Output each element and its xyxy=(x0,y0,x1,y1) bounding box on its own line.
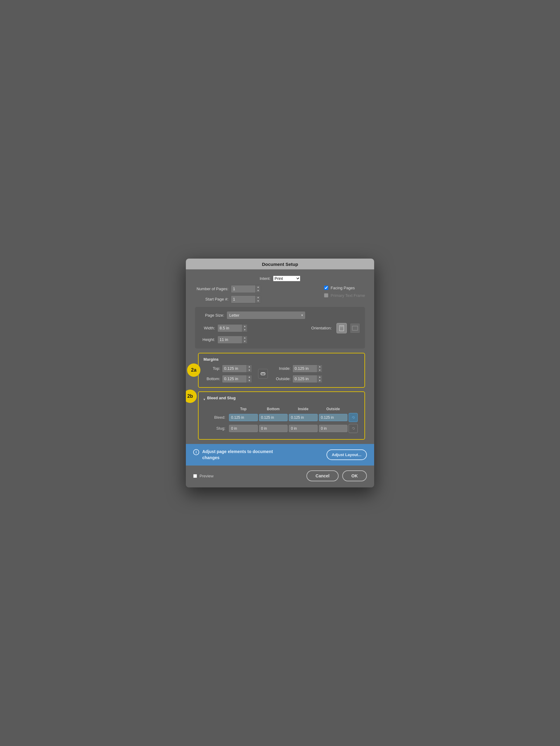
top-margin-input[interactable]: 0.125 in xyxy=(222,365,246,372)
slug-inside-input[interactable]: 0 in xyxy=(289,425,318,432)
pages-section: Number of Pages: 1 ▲ ▼ Start Page #: 1 xyxy=(195,285,365,303)
adjust-text-line2: changes xyxy=(202,455,219,460)
ok-button[interactable]: OK xyxy=(342,470,367,481)
page-size-section: Page Size: Letter Legal Tabloid A4 A3 Cu… xyxy=(195,307,365,348)
slug-chain-button[interactable] xyxy=(349,424,358,433)
height-input-wrapper[interactable]: 11 in ▲ ▼ xyxy=(217,336,247,344)
orientation-section: Orientation: xyxy=(311,323,360,333)
bleed-chain-icon xyxy=(351,415,355,420)
adjust-layout-button[interactable]: Adjust Layout... xyxy=(326,450,367,460)
bleed-col-bottom: Bottom xyxy=(259,407,288,411)
top-margin-input-wrapper[interactable]: 0.125 in ▲ ▼ xyxy=(222,365,252,373)
height-input[interactable]: 11 in xyxy=(218,336,242,343)
number-of-pages-up[interactable]: ▲ xyxy=(256,285,261,289)
preview-label[interactable]: Preview xyxy=(200,474,213,478)
cancel-button[interactable]: Cancel xyxy=(306,470,338,481)
bottom-margin-input-wrapper[interactable]: 0.125 in ▲ ▼ xyxy=(222,375,252,383)
left-fields: Number of Pages: 1 ▲ ▼ Start Page #: 1 xyxy=(195,285,261,303)
height-up[interactable]: ▲ xyxy=(242,336,247,340)
inside-margin-up[interactable]: ▲ xyxy=(317,365,322,369)
intent-select[interactable]: Print Web Mobile xyxy=(273,276,300,281)
dialog-title: Document Setup xyxy=(262,262,298,267)
portrait-icon xyxy=(339,325,344,331)
badge-2a: 2a xyxy=(187,364,201,377)
width-input-wrapper[interactable]: 8.5 in ▲ ▼ xyxy=(217,324,247,332)
landscape-orientation-button[interactable] xyxy=(350,323,360,333)
bleed-collapse-arrow-icon[interactable]: ▾ xyxy=(204,398,205,401)
bleed-col-outside: Outside xyxy=(319,407,348,411)
number-of-pages-input-wrapper[interactable]: 1 ▲ ▼ xyxy=(231,285,261,293)
bottom-margin-down[interactable]: ▼ xyxy=(247,379,252,382)
link-chain-icon xyxy=(260,371,266,376)
facing-pages-label[interactable]: Facing Pages xyxy=(331,286,355,290)
height-spinners: ▲ ▼ xyxy=(242,336,247,343)
number-of-pages-input[interactable]: 1 xyxy=(231,285,256,292)
height-field: Height: 11 in ▲ ▼ xyxy=(200,336,247,344)
height-label: Height: xyxy=(200,337,215,342)
start-page-row: Start Page #: 1 ▲ ▼ xyxy=(195,295,261,303)
top-margin-up[interactable]: ▲ xyxy=(247,365,252,369)
bleed-outside-input[interactable]: 0.125 in xyxy=(319,414,348,421)
bottom-margin-up[interactable]: ▲ xyxy=(247,375,252,379)
top-margin-label: Top: xyxy=(204,366,220,371)
outside-margin-row: Outside: 0.125 in ▲ ▼ xyxy=(274,375,323,383)
number-of-pages-down[interactable]: ▼ xyxy=(256,289,261,293)
height-row: Height: 11 in ▲ ▼ xyxy=(200,336,360,344)
inside-margin-input[interactable]: 0.125 in xyxy=(293,365,317,372)
title-bar: Document Setup xyxy=(186,259,374,269)
facing-pages-row: Facing Pages xyxy=(324,286,365,290)
slug-chain-icon xyxy=(351,426,355,431)
width-spinners: ▲ ▼ xyxy=(242,324,247,332)
primary-text-frame-row: Primary Text Frame xyxy=(324,293,365,298)
start-page-input-wrapper[interactable]: 1 ▲ ▼ xyxy=(231,295,261,303)
width-input[interactable]: 8.5 in xyxy=(218,324,242,332)
height-down[interactable]: ▼ xyxy=(242,340,247,343)
bottom-margin-row: Bottom: 0.125 in ▲ ▼ xyxy=(204,375,252,383)
portrait-orientation-button[interactable] xyxy=(336,323,347,333)
margins-grid: Top: 0.125 in ▲ ▼ Bottom: xyxy=(204,365,359,383)
slug-top-input[interactable]: 0 in xyxy=(229,425,258,432)
margins-section: 2a Margins Top: 0.125 in ▲ ▼ xyxy=(198,353,365,388)
slug-outside-input[interactable]: 0 in xyxy=(319,425,348,432)
bottom-margin-input[interactable]: 0.125 in xyxy=(222,375,246,382)
bleed-label: Bleed: xyxy=(204,415,228,420)
document-setup-dialog: Document Setup Intent: Print Web Mobile … xyxy=(186,259,374,487)
width-up[interactable]: ▲ xyxy=(242,324,247,328)
bleed-bottom-input[interactable]: 0.125 in xyxy=(259,414,288,421)
bottom-margin-label: Bottom: xyxy=(204,376,220,381)
inside-margin-input-wrapper[interactable]: 0.125 in ▲ ▼ xyxy=(292,365,323,373)
dims-row: Width: 8.5 in ▲ ▼ Orientation: xyxy=(200,323,360,333)
outside-margin-up[interactable]: ▲ xyxy=(317,375,322,379)
preview-checkbox[interactable] xyxy=(193,474,197,478)
outside-margin-down[interactable]: ▼ xyxy=(317,379,322,382)
primary-text-frame-checkbox[interactable] xyxy=(324,293,328,297)
start-page-down[interactable]: ▼ xyxy=(256,299,261,303)
number-of-pages-spinners: ▲ ▼ xyxy=(256,285,261,293)
badge-2b: 2b xyxy=(186,390,197,403)
outside-margin-input[interactable]: 0.125 in xyxy=(293,375,317,382)
start-page-up[interactable]: ▲ xyxy=(256,296,261,299)
footer-buttons: Cancel OK xyxy=(306,470,367,481)
bleed-chain-button[interactable] xyxy=(349,413,358,422)
bleed-row: Bleed: 0.125 in 0.125 in 0.125 in 0.125 … xyxy=(204,413,359,422)
margins-right: Inside: 0.125 in ▲ ▼ Outside: xyxy=(274,365,323,383)
sections-wrapper: 2a Margins Top: 0.125 in ▲ ▼ xyxy=(195,353,365,440)
margins-link-button[interactable] xyxy=(258,369,268,379)
margins-left: Top: 0.125 in ▲ ▼ Bottom: xyxy=(204,365,252,383)
width-down[interactable]: ▼ xyxy=(242,328,247,332)
outside-margin-input-wrapper[interactable]: 0.125 in ▲ ▼ xyxy=(292,375,323,383)
intent-select-wrapper[interactable]: Print Web Mobile ▾ xyxy=(273,276,300,281)
facing-pages-checkbox[interactable] xyxy=(324,286,328,290)
landscape-icon xyxy=(352,326,358,331)
start-page-input[interactable]: 1 xyxy=(231,296,256,303)
start-page-label: Start Page #: xyxy=(195,297,228,302)
bleed-col-inside: Inside xyxy=(289,407,318,411)
top-margin-down[interactable]: ▼ xyxy=(247,369,252,372)
slug-bottom-input[interactable]: 0 in xyxy=(259,425,288,432)
page-size-select-wrapper[interactable]: Letter Legal Tabloid A4 A3 Custom ▾ xyxy=(227,311,305,319)
width-label: Width: xyxy=(200,326,215,330)
bleed-top-input[interactable]: 0.125 in xyxy=(229,414,258,421)
inside-margin-down[interactable]: ▼ xyxy=(317,369,322,372)
page-size-select[interactable]: Letter Legal Tabloid A4 A3 Custom xyxy=(227,311,305,319)
bleed-inside-input[interactable]: 0.125 in xyxy=(289,414,318,421)
